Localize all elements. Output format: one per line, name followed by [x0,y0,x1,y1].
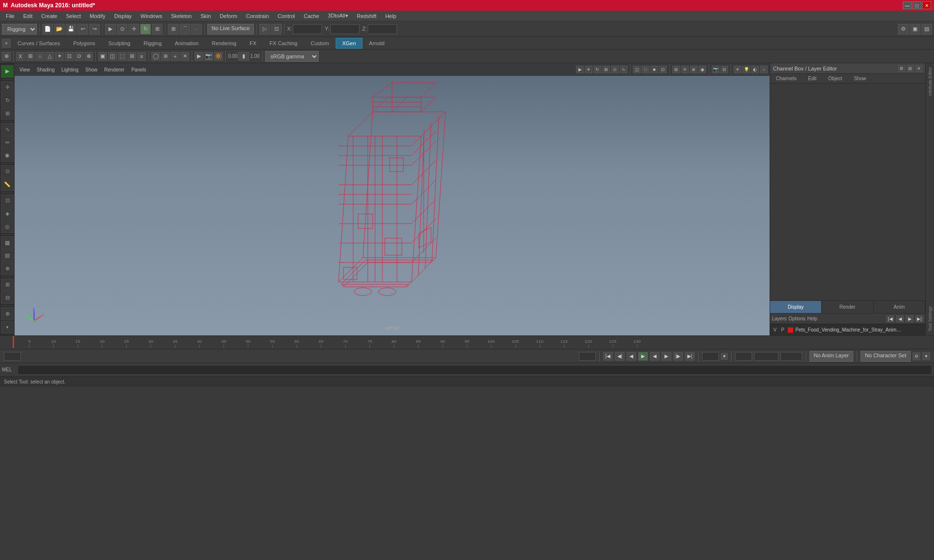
toolbar2-home[interactable]: ⊕ [2,52,11,61]
toolbar2-play-btn[interactable]: ▶ [195,52,203,61]
toolbar2-render-btn[interactable]: 🔆 [214,52,223,61]
open-scene-btn[interactable]: 📂 [54,24,65,35]
rotate-tool-btn[interactable]: ↻ [140,24,151,35]
next-frame-btn[interactable]: |▶ [673,352,683,361]
renderer-menu-btn[interactable]: Renderer [101,66,127,73]
gamma-dropdown[interactable]: sRGB gamma [265,51,319,62]
sculpt-btn[interactable]: ∿ [1,123,14,136]
scale-tool-btn[interactable]: ⊞ [152,24,162,35]
char-set-btn[interactable]: ⚙ [913,352,920,360]
z-coord-input[interactable] [368,24,397,34]
toolbar2-btn13[interactable]: ≡ [137,52,146,61]
toolbar2-btn17[interactable]: ✕ [180,52,189,61]
prev-key-btn[interactable]: ◀ [627,352,636,361]
menu-3dtaall[interactable]: 3DtoAll▾ [324,12,352,20]
vp-snap-btn[interactable]: ⊙ [611,66,619,73]
max-frame-input[interactable]: 200 [780,352,802,361]
tab-fx-caching[interactable]: FX Caching [263,38,304,49]
toolbar2-btn11[interactable]: ⬚ [118,52,126,61]
close-button[interactable]: ✕ [922,1,931,9]
menu-deform[interactable]: Deform [216,12,241,20]
frame-step-btn[interactable]: ▮ [238,52,249,61]
toolbar2-btn2[interactable]: ⊞ [26,52,35,61]
layer-next-btn[interactable]: ▶ [906,315,914,322]
tool9[interactable]: ▤ [1,249,14,262]
object-tab[interactable]: Object [825,75,846,82]
toolbar2-btn16[interactable]: + [171,52,180,61]
menu-edit[interactable]: Edit [19,12,36,20]
tab-rigging[interactable]: Rigging [137,38,168,49]
no-character-set-label[interactable]: No Character Set [861,351,911,362]
y-coord-input[interactable] [330,24,359,34]
select-mode-btn[interactable]: ▶ [1,65,14,78]
menu-windows[interactable]: Windows [137,12,166,20]
char-set-menu-btn[interactable]: ▼ [922,352,930,360]
layers-menu[interactable]: Layers [772,316,787,321]
toolbar2-btn9[interactable]: ▣ [98,52,107,61]
tool12[interactable]: ⊟ [1,292,14,304]
viewport[interactable]: View Shading Lighting Show Renderer Pane… [15,63,770,335]
vp-hud-btn[interactable]: ⊟ [720,66,728,73]
next-key-btn[interactable]: ▶ [662,352,671,361]
panels-menu-btn[interactable]: Panels [128,66,149,73]
menu-file[interactable]: File [2,12,18,20]
toolbar2-btn15[interactable]: ⊛ [161,52,170,61]
tool5[interactable]: ⊡ [1,194,14,207]
vp-texture-btn[interactable]: ⊡ [659,66,667,73]
tab-polygons[interactable]: Polygons [67,38,101,49]
tab-menu-btn[interactable]: ≡ [2,39,11,48]
undo-btn[interactable]: ↩ [77,24,88,35]
view-menu-btn[interactable]: View [17,66,33,73]
cluster-btn[interactable]: ◉ [1,149,14,162]
minimize-button[interactable]: — [903,1,912,9]
mode-dropdown[interactable]: Rigging [2,24,37,35]
maximize-button[interactable]: □ [913,1,921,9]
play-reverse-btn[interactable]: ◀ [650,352,660,361]
lasso-select-btn[interactable]: ⊙ [117,24,127,35]
channel-box-expand-btn[interactable]: ⊞ [907,65,914,72]
vp-ao-btn[interactable]: ○ [760,66,768,73]
prev-frame-btn[interactable]: ◀| [615,352,625,361]
move-tool-btn[interactable]: ✛ [128,24,139,35]
tool13[interactable]: ⊕ [1,307,14,320]
vp-shade-btn[interactable]: ■ [650,66,658,73]
3d-viewport-content[interactable] [314,73,470,326]
tool6[interactable]: ◈ [1,207,14,220]
shading-menu-btn[interactable]: Shading [34,66,58,73]
layer-vis-label[interactable]: V [772,327,778,332]
toolbar2-btn4[interactable]: △ [45,52,54,61]
vp-sim-btn[interactable]: ◉ [699,66,706,73]
menu-cache[interactable]: Cache [300,12,323,20]
toolbar2-btn8[interactable]: ⊕ [84,52,93,61]
tab-animation[interactable]: Animation [168,38,205,49]
attribute-editor-label[interactable]: Attribute Editor [928,65,933,98]
layer-prev-btn[interactable]: ◀ [896,315,904,322]
vp-display-btn[interactable]: ◫ [633,66,641,73]
vp-wire-btn[interactable]: □ [642,66,649,73]
vp-shadow-btn[interactable]: ◐ [751,66,759,73]
menu-display[interactable]: Display [110,12,136,20]
menu-control[interactable]: Control [274,12,299,20]
lighting-menu-btn[interactable]: Lighting [58,66,81,73]
tool8[interactable]: ▦ [1,236,14,249]
save-scene-btn[interactable]: 💾 [66,24,76,35]
toolbar2-btn5[interactable]: ✦ [55,52,64,61]
help-menu[interactable]: Help [807,316,817,321]
current-frame-input[interactable]: 1 [4,352,21,361]
x-coord-input[interactable] [293,24,322,34]
toolbar2-btn12[interactable]: ⊞ [127,52,136,61]
menu-constrain[interactable]: Constrain [242,12,273,20]
snap-point-btn[interactable]: · [191,24,202,35]
scale-mode-btn[interactable]: ⊞ [1,107,14,120]
snap-surface-btn[interactable]: ⊙ [1,165,14,178]
snap-grid-btn[interactable]: ⊞ [168,24,179,35]
toolbar2-btn10[interactable]: ◫ [108,52,117,61]
layer-first-btn[interactable]: |◀ [886,315,894,322]
vp-light1-btn[interactable]: ☀ [734,66,741,73]
menu-skin[interactable]: Skin [197,12,215,20]
channel-box-settings-btn[interactable]: ⚙ [898,65,905,72]
tab-xgen[interactable]: XGen [336,38,362,49]
redo-btn[interactable]: ↪ [89,24,100,35]
layer-name[interactable]: Pets_Food_Vending_Machine_for_Stray_Anim… [795,327,902,332]
measure-btn[interactable]: 📏 [1,178,14,191]
